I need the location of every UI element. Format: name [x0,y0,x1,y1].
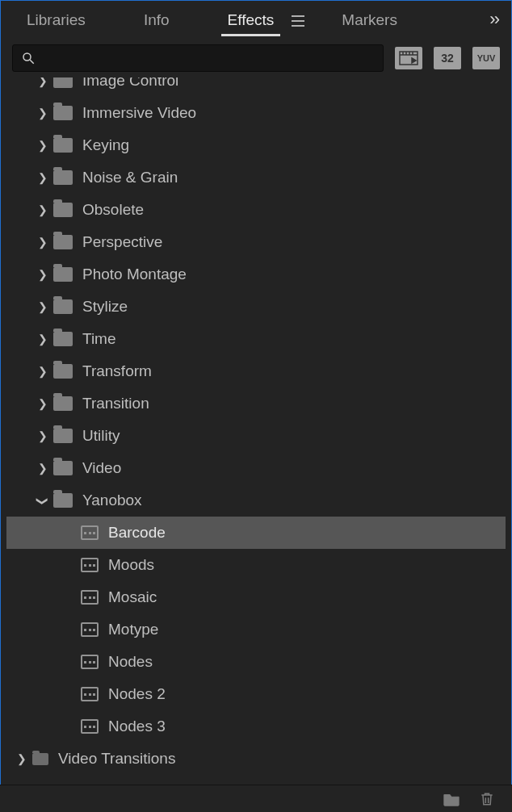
folder-label: Time [82,330,116,348]
folder-video[interactable]: ❯ Video [6,452,506,484]
chevron-right-icon: ❯ [32,462,53,475]
tab-bar: Libraries Info Effects Markers ›› [1,1,511,38]
folder-icon [53,396,73,411]
folder-utility[interactable]: ❯ Utility [6,420,506,452]
chevron-right-icon: ❯ [32,333,53,345]
effect-barcode[interactable]: Barcode [6,517,506,549]
chevron-right-icon: ❯ [32,236,53,249]
effect-icon [81,687,99,701]
folder-icon [53,267,73,282]
effect-icon [81,525,99,540]
folder-transform[interactable]: ❯ Transform [6,355,506,387]
32bit-effects-filter[interactable]: 32 [434,47,461,69]
folder-noise-grain[interactable]: ❯ Noise & Grain [6,161,506,194]
folder-icon [53,299,73,314]
svg-marker-8 [412,58,416,63]
effect-nodes-3[interactable]: Nodes 3 [6,710,506,743]
chevron-right-icon: ❯ [32,429,53,442]
folder-label: Perspective [82,233,162,251]
folder-time[interactable]: ❯ Time [6,323,506,355]
folder-icon [53,77,73,88]
chevron-right-icon: ❯ [32,397,53,410]
folder-label: Transition [82,395,149,412]
folder-icon [53,429,73,443]
folder-icon [53,138,73,153]
effect-label: Nodes 2 [108,685,166,703]
search-input[interactable] [12,44,384,72]
folder-icon [53,170,73,185]
effect-nodes-2[interactable]: Nodes 2 [6,678,506,710]
tab-info[interactable]: Info [129,3,184,36]
chevron-right-icon: ❯ [32,171,53,184]
folder-perspective[interactable]: ❯ Perspective [6,226,506,258]
chevron-right-icon: ❯ [11,752,32,765]
effect-label: Nodes [108,653,153,671]
expand-panels-icon[interactable]: ›› [488,9,500,30]
svg-line-1 [30,60,34,64]
effect-icon [81,719,99,734]
effect-label: Mosaic [108,588,157,606]
chevron-right-icon: ❯ [32,300,53,313]
effect-icon [81,655,99,669]
folder-stylize[interactable]: ❯ Stylize [6,291,506,323]
timeline-icon [399,51,418,65]
effect-motype[interactable]: Motype [6,613,506,646]
tab-markers[interactable]: Markers [327,3,412,36]
chevron-right-icon: ❯ [32,77,53,87]
folder-photo-montage[interactable]: ❯ Photo Montage [6,258,506,291]
folder-icon [32,753,48,765]
folder-obsolete[interactable]: ❯ Obsolete [6,194,506,226]
effect-nodes[interactable]: Nodes [6,646,506,678]
effect-label: Motype [108,621,158,638]
folder-keying[interactable]: ❯ Keying [6,129,506,161]
folder-label: Video [82,459,121,477]
folder-icon [53,332,73,346]
search-icon [21,51,36,65]
effects-tree[interactable]: ❯ Image Control ❯ Immersive Video ❯ Keyi… [6,77,506,785]
effects-toolbar: 32 YUV [1,38,511,77]
folder-icon [53,364,73,379]
accelerated-effects-filter[interactable] [395,47,422,69]
folder-label: Immersive Video [82,104,196,122]
chevron-right-icon: ❯ [32,365,53,378]
folder-image-control[interactable]: ❯ Image Control [6,77,506,97]
chevron-right-icon: ❯ [32,139,53,152]
folder-transition[interactable]: ❯ Transition [6,387,506,420]
folder-yanobox[interactable]: ❯ Yanobox [6,484,506,517]
trash-icon[interactable] [478,791,496,807]
folder-label: Photo Montage [82,266,187,283]
folder-label: Video Transitions [58,750,175,768]
chevron-right-icon: ❯ [32,268,53,281]
folder-label: Obsolete [82,201,144,219]
chevron-down-icon: ❯ [36,491,49,512]
panel-menu-icon[interactable] [292,15,304,27]
effect-icon [81,558,99,572]
effect-icon [81,622,99,637]
folder-video-transitions[interactable]: ❯ Video Transitions [6,743,506,775]
svg-point-0 [23,53,31,61]
folder-icon [53,203,73,217]
folder-label: Utility [82,427,120,445]
folder-immersive-video[interactable]: ❯ Immersive Video [6,97,506,129]
effect-label: Moods [108,556,154,574]
folder-label: Transform [82,362,152,380]
tab-effects[interactable]: Effects [213,3,289,36]
folder-icon [53,235,73,249]
effect-icon [81,590,99,605]
folder-label: Yanobox [82,492,142,509]
effect-mosaic[interactable]: Mosaic [6,581,506,613]
folder-icon [53,106,73,120]
tab-libraries[interactable]: Libraries [12,3,100,36]
yuv-effects-filter[interactable]: YUV [472,47,500,69]
folder-label: Noise & Grain [82,169,178,186]
folder-icon [53,493,73,508]
chevron-right-icon: ❯ [32,107,53,119]
new-bin-icon[interactable] [443,791,460,807]
folder-label: Keying [82,136,129,154]
folder-label: Image Control [82,77,178,90]
effect-label: Barcode [108,524,166,542]
effect-label: Nodes 3 [108,718,166,735]
chevron-right-icon: ❯ [32,203,53,216]
folder-label: Stylize [82,298,128,316]
effect-moods[interactable]: Moods [6,549,506,581]
